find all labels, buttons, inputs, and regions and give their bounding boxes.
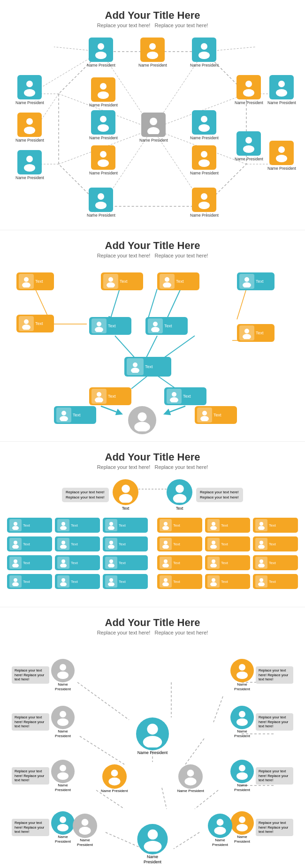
inner-right: Name President xyxy=(190,110,219,140)
svg-point-115 xyxy=(12,564,19,568)
s4-r4-right: NamePresident Replace your text here! Re… xyxy=(230,811,293,844)
svg-point-52 xyxy=(95,202,107,209)
svg-point-53 xyxy=(201,193,207,200)
s1-subtitle: Replace your text here! Replace your tex… xyxy=(5,23,300,28)
left-mid-person: Name President xyxy=(15,113,44,143)
svg-point-72 xyxy=(163,282,171,287)
svg-point-124 xyxy=(109,578,113,582)
s3-left-row-3: Text Text Text xyxy=(7,555,148,570)
svg-point-94 xyxy=(134,422,150,431)
svg-point-130 xyxy=(259,522,263,526)
bot-left-person: Name President xyxy=(87,188,115,218)
svg-point-24 xyxy=(147,52,158,59)
svg-point-113 xyxy=(108,545,114,549)
svg-point-149 xyxy=(258,582,265,587)
svg-point-181 xyxy=(185,777,197,785)
svg-point-173 xyxy=(143,736,162,747)
svg-point-106 xyxy=(109,522,113,526)
s4-r1-left: Replace your text here! Replace your tex… xyxy=(12,659,75,691)
s3-left-row-4: Text Text Text xyxy=(7,574,148,589)
s3-grid: Text Text Text Text xyxy=(7,518,298,593)
svg-point-28 xyxy=(243,89,254,97)
svg-point-171 xyxy=(236,718,248,726)
svg-point-81 xyxy=(24,319,29,324)
s4-r2-left: Replace your text here! Replace your tex… xyxy=(12,706,75,738)
svg-point-98 xyxy=(119,494,132,503)
svg-point-168 xyxy=(60,711,66,717)
svg-point-105 xyxy=(60,526,67,530)
s4-bot-right: NamePresident xyxy=(208,814,232,847)
svg-line-55 xyxy=(110,289,120,319)
svg-line-56 xyxy=(148,289,157,319)
s4-r4-left: Replace your text here! Replace your tex… xyxy=(12,811,75,844)
svg-point-51 xyxy=(98,193,104,200)
svg-point-125 xyxy=(108,582,114,587)
s2-mid-left: Text xyxy=(89,317,131,335)
svg-point-93 xyxy=(137,412,146,421)
svg-point-74 xyxy=(22,282,30,287)
svg-point-146 xyxy=(212,578,215,582)
svg-point-42 xyxy=(98,91,109,99)
right-top-person: Name President xyxy=(235,75,263,105)
s3-top-left-avatar xyxy=(113,479,138,505)
s3-right-col: Text Text Text Text xyxy=(157,518,298,593)
s4-bot-left: NamePresident xyxy=(73,814,97,847)
svg-point-92 xyxy=(60,416,68,421)
s3-top-right-avatar xyxy=(167,479,192,505)
svg-point-119 xyxy=(108,564,114,568)
s2-far-right-top: Text xyxy=(237,272,274,290)
s3-left-col: Text Text Text Text xyxy=(7,518,148,593)
svg-point-127 xyxy=(162,526,169,530)
svg-point-145 xyxy=(162,582,169,587)
svg-point-184 xyxy=(239,816,245,823)
svg-point-34 xyxy=(276,155,287,162)
svg-point-84 xyxy=(243,334,251,339)
svg-point-170 xyxy=(239,711,245,717)
svg-point-117 xyxy=(60,564,67,568)
s4-center-main: Name President xyxy=(136,717,169,756)
s2-final-right: Text xyxy=(195,406,237,424)
bot-right-person: Name President xyxy=(190,188,219,218)
svg-point-82 xyxy=(22,325,30,330)
s2-final-circle xyxy=(128,406,156,434)
svg-point-33 xyxy=(278,146,285,153)
svg-point-169 xyxy=(57,718,69,726)
s2-bot-right: Text xyxy=(164,387,206,405)
svg-point-21 xyxy=(98,43,104,50)
svg-point-137 xyxy=(258,545,265,549)
svg-point-190 xyxy=(147,830,158,840)
svg-point-121 xyxy=(12,582,19,587)
svg-point-37 xyxy=(26,118,33,125)
svg-point-122 xyxy=(61,578,65,582)
svg-point-88 xyxy=(95,397,103,402)
svg-point-35 xyxy=(26,81,33,87)
svg-point-147 xyxy=(210,582,217,587)
s3-right-row-2: Text Text Text xyxy=(157,536,298,551)
svg-line-58 xyxy=(115,336,136,359)
s2-center: Text xyxy=(124,357,171,377)
s4-r2-right: NamePresident Replace your text here! Re… xyxy=(230,706,293,738)
svg-point-70 xyxy=(107,282,115,287)
svg-point-83 xyxy=(244,329,249,333)
svg-line-157 xyxy=(162,788,167,809)
right-mid-person: Name President xyxy=(235,131,263,161)
svg-point-167 xyxy=(236,672,248,679)
svg-point-185 xyxy=(236,824,248,831)
svg-point-54 xyxy=(198,202,210,209)
svg-point-100 xyxy=(175,484,184,493)
svg-point-139 xyxy=(162,564,169,568)
svg-line-155 xyxy=(185,739,204,764)
s2-lines xyxy=(7,268,298,427)
svg-point-120 xyxy=(14,578,17,582)
s2-far-right-mid: Text xyxy=(237,324,274,342)
svg-point-129 xyxy=(210,526,217,530)
s4-center-left: Name President xyxy=(101,764,128,793)
svg-point-75 xyxy=(244,277,249,282)
svg-point-189 xyxy=(214,827,226,835)
s3-right-text: Replace your text here! Replace your tex… xyxy=(196,488,243,502)
far-right-mid-person: Name President xyxy=(267,141,296,171)
svg-point-164 xyxy=(60,664,66,671)
svg-point-103 xyxy=(12,526,19,530)
left-top-person: Name President xyxy=(15,75,44,105)
s4-subtitle: Replace your text here! Replace your tex… xyxy=(5,630,300,635)
